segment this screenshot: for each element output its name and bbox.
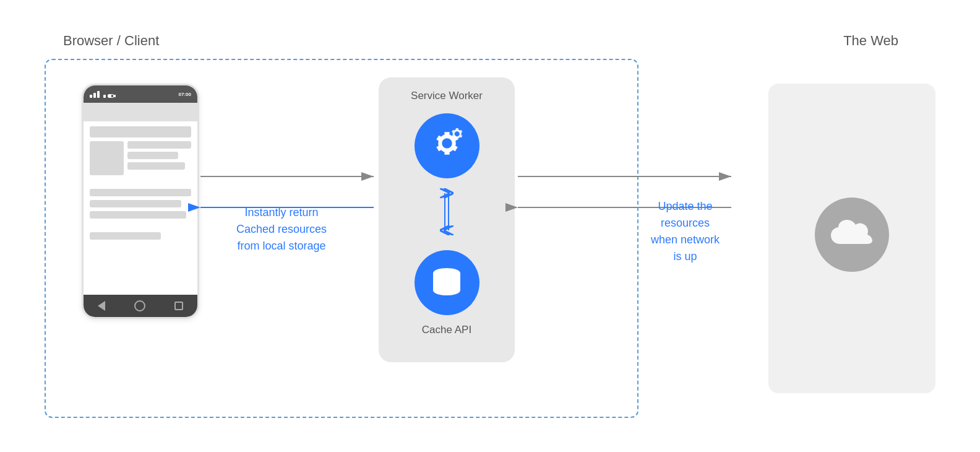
update-the-line4: is up (651, 248, 720, 265)
phone-bottom-bar (84, 295, 197, 317)
content-row-1 (90, 141, 191, 175)
home-button (134, 300, 145, 311)
content-block-6 (90, 232, 161, 240)
content-block-1 (90, 126, 191, 137)
battery-icon (108, 94, 114, 98)
double-arrow (439, 188, 454, 240)
signal-bars (90, 91, 114, 98)
phone-content (84, 121, 197, 245)
gear-circle (415, 113, 479, 178)
update-the-line2: resources (651, 215, 720, 232)
double-arrow-icon (439, 188, 454, 238)
phone-status-bar: 07:00 (84, 85, 197, 103)
phone-clock: 07:00 (179, 92, 191, 97)
content-line-3 (127, 162, 185, 170)
service-worker-panel: Service Worker (379, 77, 515, 362)
update-the-line3: when network (651, 232, 720, 248)
cloud-icon (829, 219, 875, 250)
content-block-4 (90, 200, 181, 207)
cache-circle (415, 250, 479, 315)
gear-icon (427, 126, 467, 166)
spacer2 (90, 222, 191, 228)
arrow-phone-to-sw (200, 172, 377, 184)
the-web-label: The Web (843, 33, 898, 49)
update-the-label: Update the resources when network is up (651, 198, 720, 265)
instantly-return-line2: Cached resources (236, 221, 327, 238)
browser-client-label: Browser / Client (63, 33, 159, 49)
instantly-return-line1: Instantly return (236, 204, 327, 221)
content-lines (127, 141, 191, 175)
content-block-5 (90, 211, 186, 219)
back-button (98, 301, 105, 311)
phone-address-bar (84, 103, 197, 121)
diagram-container: Browser / Client The Web 07:00 (26, 22, 954, 430)
content-line-2 (127, 152, 178, 159)
cloud-circle (815, 198, 889, 272)
database-icon (428, 266, 465, 300)
content-line-1 (127, 141, 191, 149)
phone-mockup: 07:00 (82, 84, 199, 319)
content-block-3 (90, 189, 191, 196)
instantly-return-line3: from local storage (236, 238, 327, 254)
arrow-sw-to-web (518, 172, 734, 184)
instantly-return-label: Instantly return Cached resources from l… (236, 204, 327, 254)
svg-point-6 (433, 285, 460, 295)
service-worker-title: Service Worker (411, 90, 483, 102)
recents-button (174, 302, 183, 310)
update-the-line1: Update the (651, 198, 720, 215)
web-box (768, 84, 935, 393)
spacer (90, 179, 191, 185)
content-block-2 (90, 141, 124, 175)
cache-api-title: Cache API (422, 324, 471, 336)
